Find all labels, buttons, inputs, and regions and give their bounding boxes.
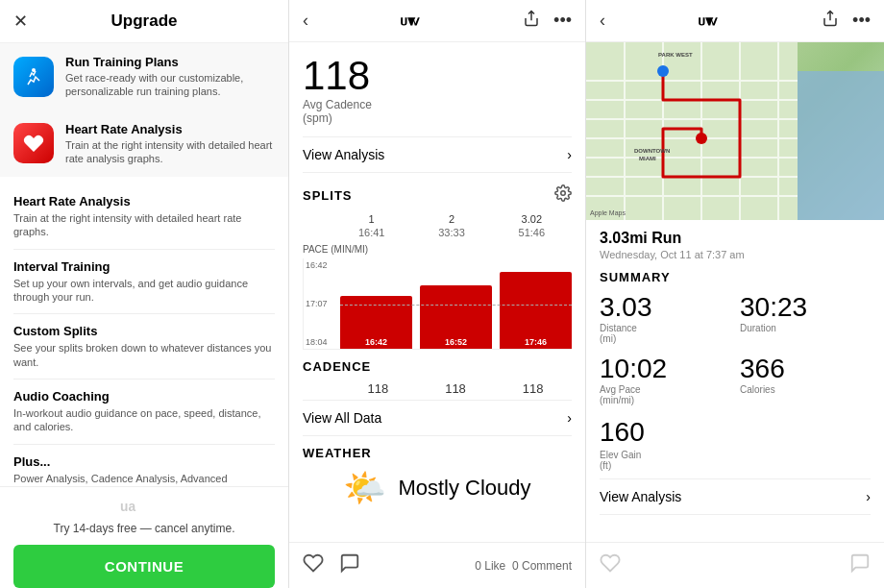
- upgrade-title: Upgrade: [111, 12, 178, 31]
- run-scroll-area[interactable]: PARK WEST DOWNTOWN MIAMI Apple Maps 3.03…: [586, 42, 884, 542]
- bar-1-value: 16:42: [365, 337, 387, 347]
- stat-distance: 3.03 Distance(mi): [600, 294, 730, 344]
- back-button[interactable]: ‹: [303, 11, 308, 31]
- weather-icon: 🌤️: [343, 468, 386, 508]
- splits-label: SPLITS: [303, 188, 353, 203]
- run-more-button[interactable]: •••: [852, 11, 871, 31]
- feature-heart-rate-desc: Train at the right intensity with detail…: [13, 211, 275, 239]
- feature-plus: Plus... Power Analysis, Cadence Analysis…: [13, 445, 275, 486]
- ua-logo-footer: ua: [120, 497, 168, 516]
- stat-duration: 30:23 Duration: [740, 294, 871, 344]
- heart-rate-title: Heart Rate Analysis: [65, 122, 275, 136]
- feature-highlight-heart: Heart Rate Analysis Train at the right i…: [0, 110, 288, 178]
- close-button[interactable]: ✕: [13, 12, 28, 30]
- svg-text:Apple Maps: Apple Maps: [590, 209, 626, 217]
- bar-3: 17:46: [500, 272, 572, 349]
- run-like-button[interactable]: [600, 552, 621, 578]
- stat-avg-pace: 10:02 Avg Pace(min/mi): [600, 355, 730, 405]
- chevron-right-icon: ›: [567, 147, 572, 162]
- split-col-2: 2: [411, 213, 491, 225]
- feature-heart-rate-analysis: Heart Rate Analysis Train at the right i…: [13, 184, 275, 250]
- run-header: ‹ •••: [586, 0, 884, 42]
- gear-icon[interactable]: [554, 184, 572, 206]
- upgrade-panel: ✕ Upgrade Run Training Plans Get race-re…: [0, 0, 289, 588]
- activity-panel: ‹ ••• 118 Avg Cadence (spm): [289, 0, 586, 588]
- split-col-1: 1: [332, 213, 411, 225]
- activity-footer: 0 Like 0 Comment: [289, 542, 585, 588]
- feature-audio-desc: In-workout audio guidance on pace, speed…: [13, 406, 275, 434]
- run-comment-button[interactable]: [849, 552, 871, 578]
- activity-scroll-area[interactable]: 118 Avg Cadence (spm) View Analysis › SP…: [289, 42, 585, 542]
- activity-header: ‹ •••: [289, 0, 585, 42]
- distance-label: Distance(mi): [600, 323, 730, 344]
- run-date: Wednesday, Oct 11 at 7:37 am: [600, 249, 871, 260]
- run-footer: [586, 542, 884, 588]
- feature-interval-title: Interval Training: [13, 259, 275, 274]
- split-time-3: 51:46: [492, 227, 572, 238]
- feature-splits-desc: See your splits broken down to whatever …: [13, 341, 275, 369]
- feature-heart-rate-title: Heart Rate Analysis: [13, 194, 275, 208]
- view-all-data-button[interactable]: View All Data ›: [303, 400, 572, 435]
- distance-value: 3.03: [600, 294, 730, 321]
- cadence-value: 118: [303, 56, 572, 96]
- svg-text:PARK WEST: PARK WEST: [658, 52, 693, 58]
- share-button[interactable]: [523, 10, 540, 32]
- run-share-button[interactable]: [822, 10, 839, 32]
- svg-point-17: [657, 65, 669, 77]
- comment-button[interactable]: [339, 552, 360, 578]
- activity-header-right: •••: [523, 10, 572, 32]
- run-panel: ‹ •••: [586, 0, 884, 588]
- run-title: 3.03mi Run: [600, 230, 871, 247]
- avg-pace-value: 10:02: [600, 355, 730, 382]
- svg-point-2: [561, 191, 566, 196]
- view-all-chevron: ›: [567, 410, 572, 426]
- run-training-icon: [13, 57, 54, 97]
- run-training-text: Run Training Plans Get race-ready with o…: [65, 55, 275, 99]
- trial-text: Try 14-days free — cancel anytime.: [54, 522, 235, 535]
- map-background: PARK WEST DOWNTOWN MIAMI Apple Maps: [586, 42, 884, 220]
- upgrade-content: Run Training Plans Get race-ready with o…: [0, 43, 288, 486]
- feature-audio-coaching: Audio Coaching In-workout audio guidance…: [13, 380, 275, 445]
- svg-rect-4: [586, 42, 798, 220]
- run-view-analysis-button[interactable]: View Analysis ›: [600, 478, 871, 515]
- like-button[interactable]: [303, 552, 324, 578]
- split-time-1: 16:41: [332, 227, 411, 238]
- calories-label: Calories: [740, 384, 871, 395]
- stats-grid: 3.03 Distance(mi) 30:23 Duration 10:02 A…: [600, 294, 871, 405]
- feature-custom-splits: Custom Splits See your splits broken dow…: [13, 314, 275, 380]
- feature-splits-title: Custom Splits: [13, 324, 275, 338]
- calories-value: 366: [740, 355, 871, 382]
- map-container: PARK WEST DOWNTOWN MIAMI Apple Maps: [586, 42, 884, 220]
- split-time-2: 33:33: [411, 227, 491, 238]
- cadence-splits-section: CADENCE 118 118 118: [303, 359, 572, 400]
- summary-label: SUMMARY: [600, 270, 871, 284]
- split-col-3: 3.02: [492, 213, 572, 225]
- upgrade-footer: ua Try 14-days free — cancel anytime. CO…: [0, 486, 288, 588]
- run-back-button[interactable]: ‹: [600, 11, 605, 31]
- run-header-right: •••: [822, 10, 871, 32]
- heart-rate-icon: [13, 123, 54, 163]
- ua-logo-run: [696, 12, 732, 31]
- run-training-title: Run Training Plans: [65, 55, 275, 69]
- weather-label: WEATHER: [303, 446, 572, 460]
- run-content: 3.03mi Run Wednesday, Oct 11 at 7:37 am …: [586, 220, 884, 525]
- feature-plus-desc: Power Analysis, Cadence Analysis, Advanc…: [13, 472, 275, 486]
- cadence-val-2: 118: [417, 381, 495, 396]
- more-button[interactable]: •••: [553, 11, 572, 31]
- svg-text:DOWNTOWN: DOWNTOWN: [634, 148, 670, 154]
- elev-label: Elev Gain(ft): [600, 450, 871, 471]
- feature-audio-title: Audio Coaching: [13, 389, 275, 404]
- avg-pace-label: Avg Pace(min/mi): [600, 384, 730, 405]
- view-analysis-button[interactable]: View Analysis ›: [303, 136, 572, 173]
- weather-content: 🌤️ Mostly Cloudy: [303, 468, 572, 508]
- feature-interval-desc: Set up your own intervals, and get audio…: [13, 277, 275, 305]
- continue-button[interactable]: CONTINUE: [13, 545, 275, 588]
- feature-highlight-run: Run Training Plans Get race-ready with o…: [0, 43, 288, 110]
- svg-text:ua: ua: [120, 500, 135, 514]
- heart-rate-desc: Train at the right intensity with detail…: [65, 138, 275, 166]
- cadence-val-1: 118: [303, 381, 417, 396]
- pace-label: PACE (MIN/MI): [303, 244, 572, 255]
- ua-logo-activity: [398, 12, 434, 31]
- cadence-values-row: 118 118 118: [303, 378, 572, 400]
- duration-label: Duration: [740, 323, 871, 333]
